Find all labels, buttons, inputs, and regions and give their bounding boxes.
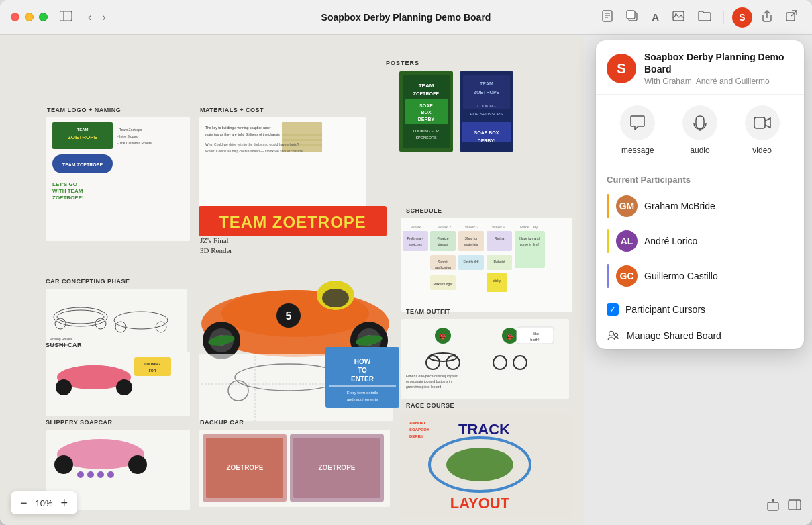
svg-text:TRACK: TRACK bbox=[458, 421, 510, 438]
external-window-button[interactable] bbox=[782, 7, 801, 27]
svg-text:First build!: First build! bbox=[463, 260, 478, 264]
manage-shared-board-item[interactable]: Manage Shared Board bbox=[596, 322, 804, 349]
svg-point-47 bbox=[322, 289, 349, 307]
svg-text:ZOETROPE!: ZOETROPE! bbox=[52, 195, 84, 201]
svg-text:ANNUAL: ANNUAL bbox=[409, 421, 427, 425]
svg-text:SOAP BOX: SOAP BOX bbox=[474, 130, 499, 135]
video-button[interactable]: video bbox=[745, 105, 780, 155]
svg-text:Submit: Submit bbox=[438, 260, 448, 264]
traffic-lights bbox=[11, 13, 48, 21]
svg-text:or separate top and bottoms in: or separate top and bottoms in bbox=[406, 379, 452, 383]
svg-text:5: 5 bbox=[286, 310, 292, 322]
svg-text:DERBY: DERBY bbox=[409, 434, 423, 438]
participant-name-andre: André Lorico bbox=[644, 236, 697, 246]
zoom-in-button[interactable]: + bbox=[58, 495, 71, 510]
external-icon bbox=[786, 10, 797, 21]
copy-icon-button[interactable] bbox=[622, 7, 642, 28]
message-button[interactable]: message bbox=[620, 105, 655, 155]
share-popover: S Soapbox Derby Planning Demo Board With… bbox=[596, 40, 804, 349]
svg-rect-29 bbox=[282, 134, 322, 136]
svg-rect-190 bbox=[754, 117, 765, 128]
svg-text:Analog Rollers: Analog Rollers bbox=[50, 337, 72, 341]
fit-to-screen-button[interactable] bbox=[766, 498, 780, 514]
svg-text:RACE COURSE: RACE COURSE bbox=[406, 402, 454, 409]
svg-text:Entry form details: Entry form details bbox=[347, 391, 378, 395]
close-button[interactable] bbox=[11, 13, 19, 21]
window-title: Soapbox Derby Planning Demo Board bbox=[321, 12, 491, 23]
participant-color-graham bbox=[607, 194, 609, 218]
svg-text:TEAM OUTFIT: TEAM OUTFIT bbox=[406, 308, 450, 315]
svg-text:Preliminary: Preliminary bbox=[407, 236, 424, 240]
participant-name-guillermo: Guillermo Castillo bbox=[644, 271, 718, 281]
participant-avatar-andre: AL bbox=[616, 230, 638, 252]
zoom-out-button[interactable]: − bbox=[17, 495, 30, 510]
svg-point-94 bbox=[107, 471, 114, 478]
svg-point-91 bbox=[77, 471, 84, 478]
fit-screen-icon bbox=[766, 498, 780, 512]
sidebar-right-button[interactable] bbox=[788, 498, 801, 514]
popover-actions: message audio bbox=[596, 95, 804, 166]
participant-avatar-guillermo: GC bbox=[616, 265, 638, 287]
image-icon bbox=[672, 11, 684, 21]
folder-icon-button[interactable] bbox=[694, 8, 715, 27]
svg-text:POSTERS: POSTERS bbox=[386, 60, 419, 66]
document-icon-button[interactable] bbox=[598, 7, 617, 28]
text-icon-button[interactable]: A bbox=[648, 9, 663, 26]
zoom-toolbar: − 10% + bbox=[11, 491, 77, 514]
svg-text:FOR SPONSORS: FOR SPONSORS bbox=[470, 112, 503, 116]
svg-text:SOAPBOX: SOAPBOX bbox=[409, 428, 429, 432]
svg-text:SCHEDULE: SCHEDULE bbox=[406, 207, 442, 214]
svg-point-90 bbox=[128, 455, 147, 474]
participant-item-graham[interactable]: GM Graham McBride bbox=[596, 189, 804, 224]
zoom-level[interactable]: 10% bbox=[36, 498, 53, 508]
svg-text:TEAM LOGO + NAMING: TEAM LOGO + NAMING bbox=[47, 107, 121, 113]
svg-point-182 bbox=[446, 448, 513, 481]
image-icon-button[interactable] bbox=[668, 8, 689, 27]
svg-text:👺: 👺 bbox=[440, 333, 446, 340]
svg-text:SPONSORS: SPONSORS bbox=[415, 136, 437, 140]
svg-text:SLIPPERY SOAPCAR: SLIPPERY SOAPCAR bbox=[46, 419, 113, 426]
message-label: message bbox=[621, 146, 654, 155]
svg-rect-2 bbox=[603, 11, 612, 21]
participant-cursors-item[interactable]: ✓ Participant Cursors bbox=[596, 297, 804, 322]
share-button[interactable] bbox=[758, 7, 776, 28]
audio-button[interactable]: audio bbox=[682, 105, 717, 155]
svg-text:Week 3: Week 3 bbox=[465, 225, 479, 229]
svg-point-79 bbox=[64, 365, 124, 383]
svg-rect-62 bbox=[329, 385, 396, 387]
user-avatar[interactable]: S bbox=[732, 7, 752, 28]
svg-text:sticky: sticky bbox=[493, 279, 501, 283]
svg-text:The key to building a winning : The key to building a winning soapbox ra… bbox=[205, 126, 271, 130]
document-icon bbox=[602, 10, 613, 22]
popover-header: S Soapbox Derby Planning Demo Board With… bbox=[596, 40, 804, 95]
minimize-button[interactable] bbox=[25, 13, 34, 21]
participant-cursors-label: Participant Cursors bbox=[625, 304, 705, 315]
participant-cursors-checkbox: ✓ bbox=[607, 303, 619, 316]
popover-board-info: Soapbox Derby Planning Demo Board With G… bbox=[644, 51, 793, 86]
svg-text:ZOETROPE: ZOETROPE bbox=[318, 464, 355, 471]
svg-text:CAR CONCEPTING PHASE: CAR CONCEPTING PHASE bbox=[46, 278, 130, 285]
svg-text:come in first!: come in first! bbox=[520, 242, 539, 246]
svg-text:both!: both! bbox=[530, 338, 540, 342]
popover-board-title: Soapbox Derby Planning Demo Board bbox=[644, 51, 793, 75]
svg-text:DERBY!: DERBY! bbox=[478, 138, 496, 143]
participant-item-guillermo[interactable]: GC Guillermo Castillo bbox=[596, 258, 804, 293]
fullscreen-button[interactable] bbox=[39, 13, 48, 21]
back-button[interactable]: ‹ bbox=[84, 9, 95, 26]
participant-avatar-graham: GM bbox=[616, 195, 638, 217]
svg-text:green two-piece leotard: green two-piece leotard bbox=[406, 385, 441, 389]
svg-point-92 bbox=[87, 471, 94, 478]
participant-item-andre[interactable]: AL André Lorico bbox=[596, 224, 804, 258]
svg-text:Week 2: Week 2 bbox=[438, 225, 452, 229]
svg-rect-0 bbox=[60, 11, 72, 21]
svg-text:Finalize: Finalize bbox=[437, 236, 448, 240]
sidebar-toggle-button[interactable] bbox=[56, 9, 76, 26]
forward-button[interactable]: › bbox=[98, 9, 109, 26]
participant-color-andre bbox=[607, 229, 609, 253]
participant-name-graham: Graham McBride bbox=[644, 201, 715, 211]
svg-text:ENTER: ENTER bbox=[351, 375, 374, 383]
svg-rect-30 bbox=[282, 139, 322, 141]
svg-text:Make budget: Make budget bbox=[434, 282, 454, 286]
svg-text:ZOETROPE: ZOETROPE bbox=[474, 90, 500, 95]
bottom-right-tools bbox=[766, 498, 801, 514]
